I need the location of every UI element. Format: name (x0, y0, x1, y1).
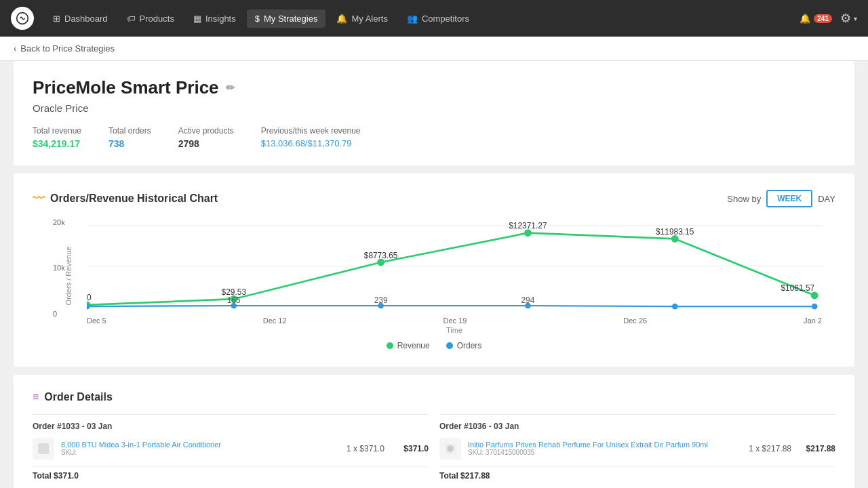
order-1036-sku: SKU: 3701415000035 (468, 449, 742, 456)
users-icon: 👥 (407, 14, 418, 24)
ord-label-2: 239 (374, 296, 388, 305)
order-1033-header: Order #1033 - 03 Jan (33, 422, 429, 431)
order-1036: Order #1036 - 03 Jan Initio Parfums Priv… (439, 414, 835, 481)
chart-svg: $0 $29.53 $8773.65 $12371.27 $11983.15 $… (87, 218, 822, 314)
nav-competitors[interactable]: 👥 Competitors (399, 9, 477, 28)
order-1036-qty: 1 x $217.88 (749, 444, 791, 453)
day-button[interactable]: DAY (818, 194, 835, 204)
breadcrumb[interactable]: ‹ Back to Price Strategies (0, 37, 868, 61)
nav-right: 🔔 241 ⚙ ▾ (800, 11, 857, 26)
revenue-line (87, 233, 814, 305)
orders-line (87, 306, 814, 306)
chart-card: 〰 Orders/Revenue Historical Chart Show b… (14, 174, 854, 367)
y-label-0: 0 (53, 310, 65, 318)
nav-products-label: Products (140, 14, 174, 24)
chart-title-label: Orders/Revenue Historical Chart (50, 192, 218, 205)
revenue-legend-dot (387, 342, 393, 349)
show-by-controls: Show by WEEK DAY (727, 190, 835, 207)
order-1033-info: 8,000 BTU Midea 3-in-1 Portable Air Cond… (61, 441, 340, 456)
order-1033-name[interactable]: 8,000 BTU Midea 3-in-1 Portable Air Cond… (61, 441, 340, 449)
gear-icon: ⚙ (840, 11, 851, 26)
chart-wave-icon: 〰 (33, 192, 45, 206)
order-grid: Order #1033 - 03 Jan 8,000 BTU Midea 3-i… (33, 414, 835, 488)
ord-label-1: 165 (227, 296, 241, 305)
rev-label-2: $8773.65 (364, 251, 398, 260)
orders-legend-label: Orders (457, 341, 482, 350)
strategy-card: PriceMole Smart Price ✏ Oracle Price Tot… (14, 61, 854, 165)
back-arrow-icon: ‹ (14, 43, 16, 54)
week-button[interactable]: WEEK (766, 190, 812, 207)
order-1036-row: Initio Parfums Prives Rehab Perfume For … (439, 435, 835, 462)
total-revenue-value: $34,219.17 (33, 138, 81, 149)
y-axis-title: Orders / Revenue (64, 247, 73, 306)
order-1036-info: Initio Parfums Prives Rehab Perfume For … (468, 441, 742, 456)
nav-products[interactable]: 🏷 Products (119, 9, 182, 28)
order-left-column: Order #1033 - 03 Jan 8,000 BTU Midea 3-i… (33, 414, 429, 488)
grid-icon: ⊞ (53, 14, 60, 24)
order-1033-total: Total $371.0 (33, 466, 429, 481)
nav-dashboard[interactable]: ⊞ Dashboard (45, 9, 116, 28)
ord-label-3: 294 (521, 296, 534, 305)
nav-dashboard-label: Dashboard (64, 14, 108, 24)
order-1033-row: 8,000 BTU Midea 3-in-1 Portable Air Cond… (33, 435, 429, 462)
notification-bell-icon: 🔔 (800, 14, 811, 24)
y-label-10k: 10k (53, 264, 65, 272)
order-details-label: Order Details (44, 391, 112, 403)
y-label-20k: 20k (53, 218, 65, 226)
order-details-card: ≡ Order Details Order #1033 - 03 Jan 8,0… (14, 375, 854, 488)
navbar: ⊞ Dashboard 🏷 Products ▦ Insights $ My S… (0, 0, 868, 37)
order-1036-thumb (439, 438, 461, 460)
chart-title: 〰 Orders/Revenue Historical Chart (33, 192, 218, 206)
orders-legend-dot (446, 342, 453, 349)
order-dot-5 (812, 304, 818, 310)
edit-icon[interactable]: ✏ (226, 81, 235, 94)
order-1033: Order #1033 - 03 Jan 8,000 BTU Midea 3-i… (33, 414, 429, 481)
stat-active-products: Active products 2798 (178, 126, 234, 149)
revenue-legend-label: Revenue (397, 341, 430, 350)
strategy-subtitle: Oracle Price (33, 102, 835, 114)
order-dot-4 (672, 304, 678, 310)
rev-label-3: $12371.27 (509, 221, 547, 230)
chart-legend: Revenue Orders (33, 341, 835, 350)
rev-label-5: $1061.57 (781, 283, 814, 293)
x-label-dec5: Dec 5 (87, 317, 106, 325)
total-revenue-label: Total revenue (33, 126, 81, 136)
notification-badge: 241 (814, 14, 832, 23)
order-1036-total: Total $217.88 (439, 466, 835, 481)
prev-week-values: $13,036.68/$11,370.79 (261, 138, 361, 148)
nav-insights[interactable]: ▦ Insights (185, 9, 244, 28)
prev-week-this: $11,370.79 (307, 138, 351, 148)
nav-my-alerts[interactable]: 🔔 My Alerts (328, 9, 395, 28)
breadcrumb-label: Back to Price Strategies (20, 43, 115, 54)
settings-button[interactable]: ⚙ ▾ (840, 11, 857, 26)
bell-icon: 🔔 (336, 14, 347, 24)
tag-icon: 🏷 (127, 14, 136, 24)
legend-orders: Orders (446, 341, 482, 350)
x-axis-title: Time (87, 326, 822, 334)
x-label-dec12: Dec 12 (263, 317, 287, 325)
notifications-button[interactable]: 🔔 241 (800, 14, 832, 24)
nav-my-strategies[interactable]: $ My Strategies (247, 9, 326, 28)
svg-rect-4 (38, 443, 49, 454)
logo (11, 7, 34, 30)
chart-container: 20k 10k 0 Orders / Revenue (87, 218, 822, 334)
list-icon: ≡ (33, 391, 39, 403)
active-products-label: Active products (178, 126, 234, 136)
stat-total-revenue: Total revenue $34,219.17 (33, 126, 81, 149)
prev-week-label: Previous/this week revenue (261, 126, 361, 136)
show-by-label: Show by (727, 194, 761, 204)
order-1036-header: Order #1036 - 03 Jan (439, 422, 835, 431)
nav-my-strategies-label: My Strategies (264, 14, 317, 24)
strategy-title: PriceMole Smart Price (33, 77, 219, 98)
order-1036-price: $217.88 (798, 444, 835, 453)
rev-label-4: $11983.15 (656, 227, 694, 237)
order-1036-name[interactable]: Initio Parfums Prives Rehab Perfume For … (468, 441, 742, 449)
dollar-icon: $ (255, 14, 260, 24)
order-1033-thumb (33, 438, 54, 460)
legend-revenue: Revenue (387, 341, 430, 350)
stat-prev-week: Previous/this week revenue $13,036.68/$1… (261, 126, 361, 148)
barchart-icon: ▦ (193, 14, 201, 24)
nav-my-alerts-label: My Alerts (351, 14, 387, 24)
active-products-value: 2798 (178, 138, 234, 149)
x-label-dec26: Dec 26 (623, 317, 647, 325)
